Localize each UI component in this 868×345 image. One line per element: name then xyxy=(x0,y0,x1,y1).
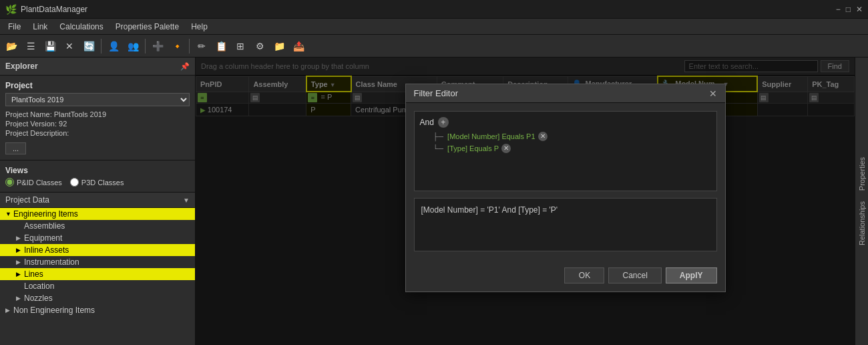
project-version-row: Project Version: 92 xyxy=(5,120,190,128)
filter-condition-1: └─ [Type] Equals P ✕ xyxy=(433,144,711,153)
tree-item-location[interactable]: Location xyxy=(0,280,195,292)
condition-text-0[interactable]: [Model Number] Equals P1 xyxy=(447,132,535,140)
add-condition-button[interactable]: + xyxy=(438,117,449,128)
condition-text-1[interactable]: [Type] Equals P xyxy=(447,144,499,152)
tb-grid[interactable]: ⊞ xyxy=(232,37,249,55)
tb-clipboard[interactable]: 📋 xyxy=(212,37,230,55)
tb-edit[interactable]: ✏ xyxy=(193,37,210,55)
tree-item-lines[interactable]: ▶ Lines xyxy=(0,268,195,280)
main-layout: Explorer 📌 Project PlantTools 2019 Proje… xyxy=(0,58,868,345)
dialog-title-bar: Filter Editor ✕ xyxy=(406,84,725,103)
and-label: And xyxy=(420,118,434,127)
tb-add[interactable]: ➕ xyxy=(149,37,166,55)
tree-item-nozzles[interactable]: ▶ Nozzles xyxy=(0,292,195,304)
tb-sep2 xyxy=(145,39,146,53)
project-desc-label: Project Description: xyxy=(5,129,69,137)
tree-item-assemblies[interactable]: Assemblies xyxy=(0,220,195,232)
and-row: And + xyxy=(420,117,711,128)
p3d-classes-option[interactable]: P3D Classes xyxy=(70,178,124,187)
tree-label-equipment: Equipment xyxy=(24,233,62,243)
properties-panel-tab[interactable]: Properties xyxy=(857,154,867,193)
tb-users[interactable]: 👥 xyxy=(124,37,142,55)
tb-save[interactable]: 💾 xyxy=(41,37,59,55)
project-data-header: Project Data ▼ xyxy=(0,193,195,208)
remove-condition-0-btn[interactable]: ✕ xyxy=(538,132,548,141)
tb-folder[interactable]: 📁 xyxy=(270,37,288,55)
tree-item-inline-assets[interactable]: ▶ Inline Assets xyxy=(0,244,195,256)
app-title: PlantDataManager xyxy=(21,5,87,14)
window-controls: − □ ✕ xyxy=(836,5,863,14)
project-data-arrow[interactable]: ▼ xyxy=(183,197,190,204)
views-label: Views xyxy=(5,166,190,175)
filter-dialog: Filter Editor ✕ And + ├─ [Model Number] … xyxy=(405,84,726,292)
expression-text: [Model Number] = 'P1' And [Type] = 'P' xyxy=(421,205,558,215)
branch-icon-0: ├─ xyxy=(433,132,444,140)
ok-button[interactable]: OK xyxy=(564,267,604,283)
project-data-label: Project Data xyxy=(5,195,183,205)
tb-delete[interactable]: ✕ xyxy=(61,37,78,55)
title-bar: 🌿 PlantDataManager − □ ✕ xyxy=(0,0,868,19)
menu-link[interactable]: Link xyxy=(27,21,53,33)
remove-condition-1-btn[interactable]: ✕ xyxy=(501,144,511,153)
maximize-btn[interactable]: □ xyxy=(846,5,851,14)
menu-calculations[interactable]: Calculations xyxy=(54,21,108,33)
p3d-classes-label: P3D Classes xyxy=(81,179,124,187)
tb-open[interactable]: 📂 xyxy=(3,37,20,55)
project-version-value: 92 xyxy=(59,120,67,128)
tb-sep3 xyxy=(189,39,190,53)
dialog-title: Filter Editor xyxy=(414,88,458,98)
filter-tree: And + ├─ [Model Number] Equals P1 ✕ └─ [… xyxy=(414,111,717,191)
tree-arrow-assemblies xyxy=(16,223,24,229)
tree-item-equipment[interactable]: ▶ Equipment xyxy=(0,232,195,244)
tb-diamond[interactable]: 🔸 xyxy=(168,37,186,55)
dialog-body: And + ├─ [Model Number] Equals P1 ✕ └─ [… xyxy=(406,103,725,267)
branch-icon-1: └─ xyxy=(433,144,444,152)
pid-classes-label: P&ID Classes xyxy=(17,179,62,187)
project-select[interactable]: PlantTools 2019 xyxy=(5,93,190,106)
relationships-panel-tab[interactable]: Relationships xyxy=(857,199,867,248)
tree-label-inline-assets: Inline Assets xyxy=(24,245,69,255)
tree-item-non-engineering-items[interactable]: ▶ Non Engineering Items xyxy=(0,304,195,316)
tree-item-engineering-items[interactable]: ▼ Engineering Items xyxy=(0,208,195,220)
tree-arrow-inline-assets: ▶ xyxy=(16,247,24,253)
tree-container: ▼ Engineering Items Assemblies ▶ Equipme… xyxy=(0,208,195,345)
tb-settings[interactable]: ⚙ xyxy=(251,37,268,55)
menu-file[interactable]: File xyxy=(3,21,26,33)
pid-classes-option[interactable]: P&ID Classes xyxy=(5,178,62,187)
project-version-label: Project Version: xyxy=(5,120,57,128)
menu-properties-palette[interactable]: Properties Palette xyxy=(110,21,184,33)
minimize-btn[interactable]: − xyxy=(836,5,841,14)
tb-user[interactable]: 👤 xyxy=(105,37,122,55)
more-button[interactable]: ... xyxy=(5,142,26,154)
tree-label-instrumentation: Instrumentation xyxy=(24,257,79,267)
filter-condition-0: ├─ [Model Number] Equals P1 ✕ xyxy=(433,132,711,141)
tree-arrow-equipment: ▶ xyxy=(16,235,24,241)
tb-export[interactable]: 📤 xyxy=(290,37,307,55)
menu-bar: File Link Calculations Properties Palett… xyxy=(0,19,868,35)
tb-refresh[interactable]: 🔄 xyxy=(80,37,97,55)
app-icon: 🌿 xyxy=(5,4,17,15)
tree-item-instrumentation[interactable]: ▶ Instrumentation xyxy=(0,256,195,268)
project-label: Project xyxy=(5,81,190,90)
close-btn[interactable]: ✕ xyxy=(856,5,863,14)
tree-label-location: Location xyxy=(24,281,54,291)
sidebar: Explorer 📌 Project PlantTools 2019 Proje… xyxy=(0,58,196,345)
cancel-button[interactable]: Cancel xyxy=(608,267,661,283)
apply-button[interactable]: ApplY xyxy=(666,267,717,283)
content-area: Drag a column header here to group by th… xyxy=(196,58,855,345)
dialog-footer: OK Cancel ApplY xyxy=(406,267,725,292)
project-section: Project PlantTools 2019 Project Name: Pl… xyxy=(0,76,195,160)
project-name-row: Project Name: PlantTools 2019 xyxy=(5,110,190,118)
p3d-classes-radio[interactable] xyxy=(70,178,79,187)
menu-help[interactable]: Help xyxy=(186,21,213,33)
tree-label-assemblies: Assemblies xyxy=(24,221,65,231)
pin-icon[interactable]: 📌 xyxy=(180,62,190,71)
pid-classes-radio[interactable] xyxy=(5,178,14,187)
project-name-label: Project Name: xyxy=(5,110,52,118)
tb-list[interactable]: ☰ xyxy=(22,37,39,55)
tree-arrow-nozzles: ▶ xyxy=(16,295,24,302)
modal-overlay: Filter Editor ✕ And + ├─ [Model Number] … xyxy=(196,58,855,345)
views-section: Views P&ID Classes P3D Classes xyxy=(0,160,195,193)
tree-label-nozzles: Nozzles xyxy=(24,294,53,303)
dialog-close-button[interactable]: ✕ xyxy=(709,89,717,98)
